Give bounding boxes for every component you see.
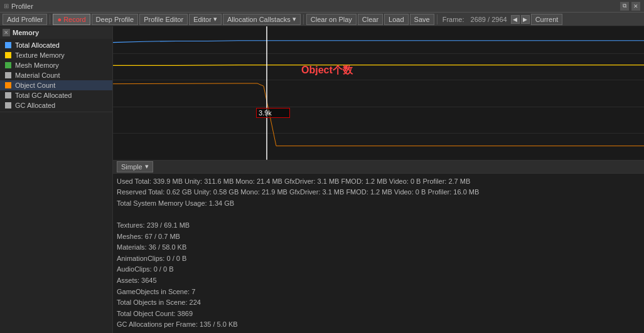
stats-line-5: Textures: 239 / 69.1 MB <box>117 220 640 231</box>
mesh-memory-label: Mesh Memory <box>15 61 59 69</box>
module-close-button[interactable]: ✕ <box>3 29 10 36</box>
frame-label: Frame: <box>440 16 467 23</box>
profiler-icon: ⊞ <box>4 3 9 9</box>
memory-module: ✕ Memory Total Allocated Texture Memory … <box>0 26 112 112</box>
color-dot-material-count <box>5 72 11 78</box>
add-profiler-button[interactable]: Add Profiler <box>3 14 47 25</box>
stats-line-6: Meshes: 67 / 0.7 MB <box>117 231 640 243</box>
prev-frame-button[interactable]: ◀ <box>511 15 520 24</box>
title-bar-controls: ⧉ ✕ <box>620 2 640 11</box>
color-dot-mesh-memory <box>5 62 11 68</box>
title-bar: ⊞ Profiler ⧉ ✕ <box>0 0 644 13</box>
stats-line-8: AnimationClips: 0 / 0 B <box>117 253 640 265</box>
stats-content: Used Total: 339.9 MB Unity: 311.6 MB Mon… <box>113 174 644 333</box>
toolbar: Add Profiler ● Record Deep Profile Profi… <box>0 13 644 26</box>
separator-3 <box>437 14 437 24</box>
stats-line-2: Reserved Total: 0.62 GB Unity: 0.58 GB M… <box>117 187 640 198</box>
record-button[interactable]: ● Record <box>53 14 90 25</box>
deep-profile-button[interactable]: Deep Profile <box>92 14 139 25</box>
module-header[interactable]: ✕ Memory <box>0 26 112 39</box>
color-dot-object-count <box>5 82 11 88</box>
sidebar-item-total-allocated[interactable]: Total Allocated <box>0 40 112 50</box>
module-name: Memory <box>13 29 39 36</box>
view-mode-dropdown[interactable]: Simple ▾ <box>117 161 153 172</box>
stats-line-12: Total Objects in Scene: 224 <box>117 297 640 309</box>
save-button[interactable]: Save <box>410 14 434 25</box>
bottom-area: Simple ▾ Used Total: 339.9 MB Unity: 311… <box>113 160 644 333</box>
object-count-annotation-text: Object个数 <box>301 64 353 77</box>
graph-canvas[interactable]: Object个数 3.9k 69.1 MB 内存 <box>113 26 644 160</box>
color-dot-texture-memory <box>5 52 11 58</box>
material-count-label: Material Count <box>15 71 60 79</box>
stats-line-10: Assets: 3645 <box>117 275 640 287</box>
total-gc-allocated-label: Total GC Allocated <box>15 92 72 99</box>
stats-line-1: Used Total: 339.9 MB Unity: 311.6 MB Mon… <box>117 176 640 188</box>
load-button[interactable]: Load <box>384 14 408 25</box>
main-container: ✕ Memory Total Allocated Texture Memory … <box>0 26 644 333</box>
sidebar-item-mesh-memory[interactable]: Mesh Memory <box>0 60 112 70</box>
profile-editor-button[interactable]: Profile Editor <box>139 14 188 25</box>
color-dot-total-allocated <box>5 42 11 48</box>
stats-line-11: GameObjects in Scene: 7 <box>117 287 640 298</box>
separator-1 <box>50 14 50 24</box>
color-dot-total-gc-allocated <box>5 92 11 98</box>
current-button[interactable]: Current <box>531 14 563 25</box>
sidebar-item-texture-memory[interactable]: Texture Memory <box>0 50 112 60</box>
restore-button[interactable]: ⧉ <box>620 2 629 11</box>
graph-svg <box>113 26 644 160</box>
record-icon: ● <box>57 16 62 23</box>
stats-line-7: Materials: 36 / 58.0 KB <box>117 242 640 253</box>
stats-line-14: GC Allocations per Frame: 135 / 5.0 KB <box>117 319 640 330</box>
stats-line-3: Total System Memory Usage: 1.34 GB <box>117 198 640 209</box>
object-count-label: Object Count <box>15 82 55 89</box>
sidebar-item-material-count[interactable]: Material Count <box>0 70 112 80</box>
stats-line-13: Total Object Count: 3869 <box>117 309 640 320</box>
annotation-box-3k: 3.9k <box>256 108 290 118</box>
sidebar-item-total-gc-allocated[interactable]: Total GC Allocated <box>0 90 112 100</box>
gc-allocated-label: GC Allocated <box>15 102 55 109</box>
next-frame-button[interactable]: ▶ <box>521 15 530 24</box>
separator-2 <box>303 14 304 24</box>
close-button[interactable]: ✕ <box>631 2 640 11</box>
sidebar-item-gc-allocated[interactable]: GC Allocated <box>0 100 112 110</box>
editor-dropdown-button[interactable]: Editor ▾ <box>189 14 222 25</box>
sidebar: ✕ Memory Total Allocated Texture Memory … <box>0 26 113 333</box>
stats-toolbar: Simple ▾ <box>113 160 644 174</box>
color-dot-gc-allocated <box>5 102 11 108</box>
total-allocated-label: Total Allocated <box>15 41 60 49</box>
stats-line-4 <box>117 209 640 220</box>
allocation-callstacks-button[interactable]: Allocation Callstacks ▾ <box>223 14 301 25</box>
clear-on-play-button[interactable]: Clear on Play <box>306 14 357 25</box>
sidebar-items-list: Total Allocated Texture Memory Mesh Memo… <box>0 39 112 112</box>
title-bar-text: Profiler <box>11 3 33 10</box>
clear-button[interactable]: Clear <box>358 14 383 25</box>
texture-memory-label: Texture Memory <box>15 51 65 59</box>
frame-value: 2689 / 2964 <box>468 16 510 23</box>
stats-line-9: AudioClips: 0 / 0 B <box>117 264 640 275</box>
sidebar-item-object-count[interactable]: Object Count <box>0 80 112 90</box>
